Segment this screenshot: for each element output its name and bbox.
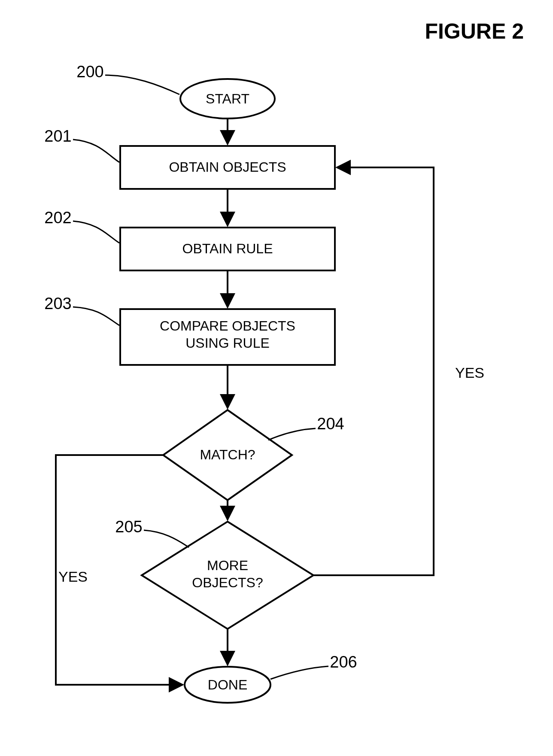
match-text: MATCH? <box>200 447 255 462</box>
ref-205: 205 <box>115 518 142 536</box>
lead-201 <box>73 140 119 162</box>
ref-201: 201 <box>44 127 71 145</box>
more-text-l2: OBJECTS? <box>192 575 263 590</box>
flowchart: FIGURE 2 START OBTAIN OBJECTS OBTAIN RUL… <box>0 0 553 756</box>
edge-more-yes-label: YES <box>455 364 484 381</box>
ref-204: 204 <box>317 415 344 433</box>
lead-206 <box>270 666 328 679</box>
lead-204 <box>268 428 316 440</box>
ref-200: 200 <box>76 63 103 81</box>
start-text: START <box>206 91 249 106</box>
obtain-objects-text: OBTAIN OBJECTS <box>169 159 286 175</box>
lead-205 <box>144 530 189 547</box>
lead-202 <box>73 221 119 243</box>
done-text: DONE <box>208 677 247 692</box>
ref-203: 203 <box>44 295 71 313</box>
compare-text-l1: COMPARE OBJECTS <box>160 318 295 334</box>
lead-203 <box>73 307 119 325</box>
more-text-l1: MORE <box>207 558 248 573</box>
edge-match-yes-label: YES <box>58 568 88 585</box>
figure-title: FIGURE 2 <box>425 19 524 43</box>
ref-202: 202 <box>44 209 71 227</box>
obtain-rule-text: OBTAIN RULE <box>182 241 273 256</box>
ref-206: 206 <box>330 653 357 671</box>
compare-text-l2: USING RULE <box>185 335 270 351</box>
lead-200 <box>105 75 179 94</box>
